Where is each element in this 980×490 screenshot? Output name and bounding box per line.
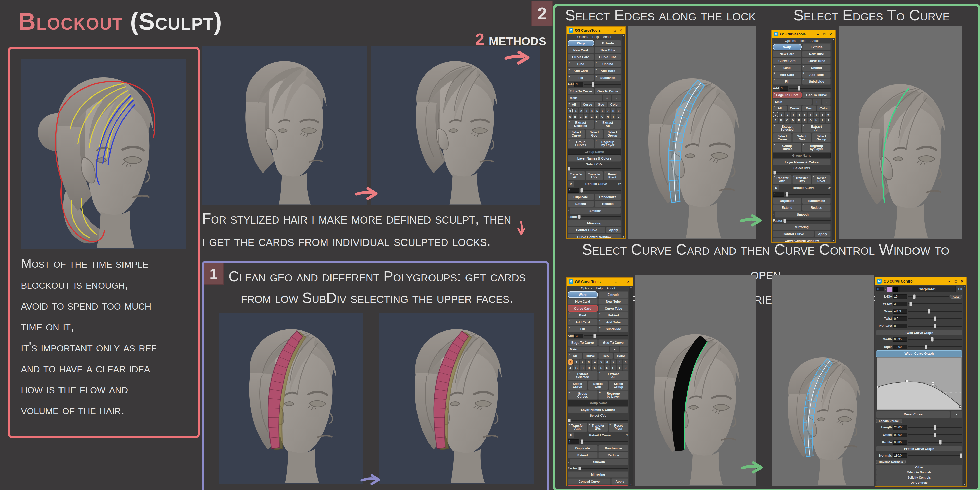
group-slot-6[interactable]: 6 xyxy=(808,112,813,117)
select-geo-button[interactable]: Select Geo xyxy=(586,129,603,138)
add-tube-button[interactable]: Add Tube xyxy=(598,319,628,325)
geo-to-curve-button[interactable]: Geo To Curve xyxy=(595,88,621,94)
group-slot-c[interactable]: C xyxy=(784,118,790,123)
orient-to-normals-button[interactable]: Orient to Normals xyxy=(876,470,962,475)
transfer-uvs-button[interactable]: Transfer UVs xyxy=(792,175,811,184)
menu-options[interactable]: Options xyxy=(785,39,796,43)
menu-options[interactable]: Options xyxy=(577,35,588,39)
group-slot-a[interactable]: A xyxy=(568,365,573,371)
select-curve-button[interactable]: Select Curve xyxy=(568,381,587,390)
minimize-icon[interactable]: – xyxy=(606,29,611,32)
window-titlebar[interactable]: M GS CurveTools – □ ✕ xyxy=(566,278,633,286)
card-color-swatch[interactable] xyxy=(886,286,892,292)
curve-card-button[interactable]: Curve Card xyxy=(773,58,801,64)
warp-button[interactable]: Warp xyxy=(568,40,594,46)
group-slot-1[interactable]: 1 xyxy=(779,112,784,117)
other-button[interactable]: Other xyxy=(876,465,962,470)
rebuild-r-button[interactable]: R xyxy=(568,181,574,187)
apply-button[interactable]: Apply xyxy=(606,227,621,233)
group-slot-2[interactable]: 2 xyxy=(580,360,585,365)
geo-button[interactable]: Geo xyxy=(598,353,613,359)
warp-button[interactable]: Warp xyxy=(568,291,598,298)
group-slot-9[interactable]: 9 xyxy=(616,108,621,113)
menu-options[interactable]: Options xyxy=(581,286,592,290)
minimize-icon[interactable]: – xyxy=(947,280,952,283)
group-slot-9[interactable]: 9 xyxy=(623,360,628,365)
control-curve-button[interactable]: Control Curve xyxy=(773,231,814,237)
apply-button[interactable]: Apply xyxy=(815,231,831,237)
scrollbar[interactable]: ▲▼ xyxy=(963,285,966,486)
smooth-button[interactable]: Smooth xyxy=(570,459,628,465)
group-slot-e[interactable]: E xyxy=(796,118,801,123)
twist-value[interactable]: 0.0 xyxy=(893,317,907,321)
curve-card-button[interactable]: Curve Card xyxy=(568,305,598,312)
transfer-attr-button[interactable]: Transfer Attr. xyxy=(568,171,585,180)
group-slot-i[interactable]: I xyxy=(611,114,616,119)
card-index-combo[interactable]: 0 xyxy=(876,287,884,291)
scrollbar[interactable]: ▲▼ xyxy=(622,34,625,239)
geo-button[interactable]: Geo xyxy=(595,102,608,107)
menu-help[interactable]: Help xyxy=(596,286,603,290)
group-curves-button[interactable]: Group Curves xyxy=(568,139,594,148)
taper-value[interactable]: 1.000 xyxy=(893,345,907,349)
curve-card-button[interactable]: Curve Card xyxy=(568,54,594,60)
group-slot-h[interactable]: H xyxy=(814,118,819,123)
mirroring-button[interactable]: Mirroring xyxy=(568,471,628,478)
menu-bar[interactable]: OptionsHelpAbout xyxy=(772,38,831,44)
color-button[interactable]: Color xyxy=(614,353,628,359)
length-unlock-button[interactable]: Length Unlock xyxy=(876,419,902,423)
geo-button[interactable]: Geo xyxy=(802,105,816,111)
fill-button[interactable]: Fill xyxy=(773,78,801,85)
group-slot-0[interactable]: 0 xyxy=(568,360,573,365)
graph-collapse-button[interactable]: ▴ xyxy=(951,411,962,418)
smooth-button[interactable]: Smooth xyxy=(775,211,831,218)
smooth-button[interactable]: Smooth xyxy=(570,207,621,214)
card-outline-swatch[interactable] xyxy=(893,286,899,292)
group-slot-7[interactable]: 7 xyxy=(814,112,819,117)
layer-names-colors-button[interactable]: Layer Names & Colors xyxy=(568,155,621,162)
transfer-uvs-button[interactable]: Transfer UVs xyxy=(586,171,603,180)
minimize-icon[interactable]: – xyxy=(613,280,618,284)
length-value[interactable]: 20.000 xyxy=(893,425,907,430)
subdivide-button[interactable]: Subdivide xyxy=(802,78,831,85)
group-slot-3[interactable]: 3 xyxy=(584,108,589,113)
orien-value[interactable]: -41.3 xyxy=(893,309,907,313)
extract-all-button[interactable]: Extract All xyxy=(802,124,831,133)
subdivide-button[interactable]: Subdivide xyxy=(598,326,628,332)
edge-to-curve-button[interactable]: Edge To Curve xyxy=(773,92,802,98)
control-curve-button[interactable]: Control Curve xyxy=(568,478,611,485)
factor-slider[interactable] xyxy=(578,216,621,218)
group-slot-1[interactable]: 1 xyxy=(574,360,579,365)
unbind-button[interactable]: Unbind xyxy=(595,61,621,67)
add-layer-button[interactable]: + xyxy=(610,346,619,352)
add-value[interactable]: 3 xyxy=(574,334,583,338)
menu-about[interactable]: About xyxy=(607,286,615,290)
select-group-button[interactable]: Select Group xyxy=(604,129,621,138)
reverse-normals-button[interactable]: Reverse Normals xyxy=(876,460,906,464)
select-geo-button[interactable]: Select Geo xyxy=(792,133,811,142)
width-curve-graph-button[interactable]: Width Curve Graph xyxy=(876,350,962,357)
bind-button[interactable]: Bind xyxy=(773,65,801,71)
group-slot-c[interactable]: C xyxy=(580,365,585,371)
all-button[interactable]: All xyxy=(568,353,582,359)
group-slot-g[interactable]: G xyxy=(600,114,605,119)
width-value[interactable]: 0.895 xyxy=(893,337,907,342)
group-name-field[interactable]: Group Name xyxy=(568,149,621,155)
group-name-field[interactable]: Group Name xyxy=(568,400,628,406)
group-slot-2[interactable]: 2 xyxy=(579,108,584,113)
curve-tube-button[interactable]: Curve Tube xyxy=(802,58,831,64)
remove-layer-button[interactable]: - xyxy=(620,346,628,352)
window-titlebar[interactable]: M GS CurveTools – □ ✕ xyxy=(566,27,625,34)
menu-bar[interactable]: OptionsHelpAbout xyxy=(567,286,629,291)
smooth-options-icon[interactable]: ≡ xyxy=(568,210,569,212)
twist-slider[interactable] xyxy=(908,318,962,319)
transfer-attr-button[interactable]: Transfer Attr. xyxy=(568,423,587,432)
color-button[interactable]: Color xyxy=(608,102,621,107)
layer-names-colors-button[interactable]: Layer Names & Colors xyxy=(568,407,628,413)
extrude-button[interactable]: Extrude xyxy=(802,44,831,50)
taper-slider[interactable] xyxy=(908,346,962,347)
warp-button[interactable]: Warp xyxy=(773,44,802,50)
layer-main[interactable]: Main xyxy=(568,95,602,101)
curve-control-window-button[interactable]: Curve Control Window xyxy=(568,485,628,487)
group-slot-i[interactable]: I xyxy=(820,118,825,123)
